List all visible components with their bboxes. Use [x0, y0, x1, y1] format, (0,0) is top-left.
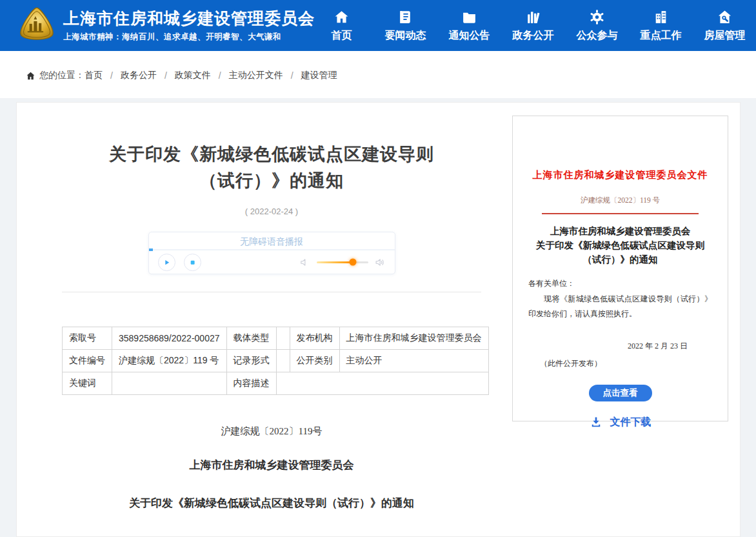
meta-value: 上海市住房和城乡建设管理委员会	[339, 327, 488, 350]
nav-item-public-participation[interactable]: 公众参与	[565, 0, 629, 51]
folder-icon	[461, 9, 477, 25]
nav-item-housing-mgmt[interactable]: 房屋管理	[693, 0, 756, 51]
preview-public-note: （此件公开发布）	[540, 358, 728, 369]
preview-letterhead: 上海市住房和城乡建设管理委员会文件	[513, 169, 728, 181]
document-title: 关于印发《新城绿色低碳试点区建设导则（试行）》的通知	[62, 496, 481, 511]
audio-player: 无障碍语音播报	[148, 232, 395, 274]
audio-controls	[149, 250, 395, 274]
gear-icon	[589, 9, 605, 25]
download-icon	[590, 416, 602, 429]
preview-title: 上海市住房和城乡建设管理委员会 关于印发《新城绿色低碳试点区建设导则 （试行）》…	[513, 225, 728, 267]
meta-value: 3589258689/2022-00027	[112, 327, 227, 350]
page-title: 关于印发《新城绿色低碳试点区建设导则（试行）》的通知	[101, 141, 443, 194]
news-icon	[397, 9, 413, 25]
nav-label: 通知公告	[449, 29, 490, 43]
preview-title-line: 上海市住房和城乡建设管理委员会	[513, 225, 728, 239]
breadcrumb-separator: /	[219, 70, 221, 81]
nav-label: 房屋管理	[704, 29, 746, 43]
file-download-link[interactable]: 文件下载	[513, 416, 728, 429]
nav-label: 重点工作	[641, 29, 682, 43]
meta-label: 索取号	[63, 327, 112, 350]
preview-body: 现将《新城绿色低碳试点区建设导则（试行）》印发给你们，请认真按照执行。	[528, 292, 712, 321]
nav-label: 首页	[332, 29, 352, 43]
play-button[interactable]	[158, 254, 175, 271]
audio-progress-bar[interactable]	[149, 249, 395, 250]
emblem-logo	[17, 6, 57, 46]
house-repair-icon	[717, 9, 733, 25]
nav-label: 公众参与	[577, 29, 618, 43]
article: 关于印发《新城绿色低碳试点区建设导则（试行）》的通知 ( 2022-02-24 …	[62, 103, 481, 511]
nav-item-key-work[interactable]: 重点工作	[629, 0, 693, 51]
table-row: 文件编号 沪建综规〔2022〕119 号 记录形式 公开类别 主动公开	[63, 350, 489, 372]
breadcrumb-separator: /	[164, 70, 167, 81]
site-subtitle: 上海城市精神：海纳百川、追求卓越、开明睿智、大气谦和	[63, 32, 315, 43]
site-brand[interactable]: 上海市住房和城乡建设管理委员会 上海城市精神：海纳百川、追求卓越、开明睿智、大气…	[17, 6, 315, 46]
books-icon	[525, 9, 541, 25]
breadcrumb-item-gov-affairs[interactable]: 政务公开	[121, 70, 157, 81]
volume-slider-knob[interactable]	[349, 259, 356, 266]
preview-salutation: 各有关单位：	[528, 278, 712, 289]
table-row: 关键词 内容描述	[63, 372, 489, 395]
page: 上海市住房和城乡建设管理委员会 上海城市精神：海纳百川、追求卓越、开明睿智、大气…	[0, 0, 756, 537]
meta-value: 主动公开	[339, 350, 488, 372]
meta-label: 记录形式	[226, 350, 276, 372]
meta-value	[276, 372, 488, 395]
publish-date: ( 2022-02-24 )	[62, 207, 481, 216]
home-icon	[333, 9, 350, 25]
meta-label: 文件编号	[63, 350, 112, 372]
breadcrumb: 您的位置： 首页 / 政务公开 / 政策文件 / 主动公开文件 / 建设管理	[26, 70, 337, 81]
volume-high-icon[interactable]	[375, 257, 386, 268]
download-label: 文件下载	[610, 416, 652, 429]
breadcrumb-item-public-docs[interactable]: 主动公开文件	[229, 70, 283, 81]
site-title: 上海市住房和城乡建设管理委员会	[63, 8, 315, 28]
breadcrumb-separator: /	[110, 70, 113, 81]
meta-label: 发布机构	[290, 327, 339, 350]
meta-value	[276, 327, 290, 350]
meta-label: 载体类型	[226, 327, 276, 350]
building-icon	[653, 9, 669, 25]
meta-label: 公开类别	[290, 350, 339, 372]
preview-title-line: （试行）》的通知	[513, 253, 728, 267]
audio-progress-fill	[149, 248, 153, 251]
document-number: 沪建综规〔2022〕119号	[62, 425, 481, 438]
content-card: 关于印发《新城绿色低碳试点区建设导则（试行）》的通知 ( 2022-02-24 …	[16, 102, 741, 537]
section-divider	[62, 292, 481, 292]
audio-player-title: 无障碍语音播报	[149, 232, 395, 249]
document-meta-table: 索取号 3589258689/2022-00027 载体类型 发布机构 上海市住…	[62, 327, 489, 395]
breadcrumb-item-policy-docs[interactable]: 政策文件	[175, 70, 211, 81]
table-row: 索取号 3589258689/2022-00027 载体类型 发布机构 上海市住…	[63, 327, 489, 350]
meta-label: 关键词	[63, 372, 112, 395]
nav-label: 要闻动态	[385, 29, 426, 43]
brand-text: 上海市住房和城乡建设管理委员会 上海城市精神：海纳百川、追求卓越、开明睿智、大气…	[63, 8, 315, 43]
meta-value: 沪建综规〔2022〕119 号	[112, 350, 227, 372]
breadcrumb-bar: 您的位置： 首页 / 政务公开 / 政策文件 / 主动公开文件 / 建设管理	[0, 51, 756, 98]
preview-date: 2022 年 2 月 23 日	[513, 341, 728, 352]
nav-item-news[interactable]: 要闻动态	[373, 0, 437, 51]
play-icon	[162, 258, 172, 267]
preview-doc-number: 沪建综规〔2022〕119 号	[513, 196, 728, 205]
document-issuer: 上海市住房和城乡建设管理委员会	[62, 458, 481, 472]
letterhead-divider	[542, 213, 699, 214]
location-home-icon	[26, 71, 35, 81]
breadcrumb-item-home[interactable]: 首页	[85, 70, 103, 81]
volume-control	[299, 257, 386, 268]
volume-slider[interactable]	[317, 261, 368, 263]
breadcrumb-separator: /	[291, 70, 293, 81]
stop-icon	[188, 258, 197, 267]
nav-item-home[interactable]: 首页	[310, 0, 373, 51]
volume-low-icon[interactable]	[299, 257, 310, 268]
meta-value	[276, 350, 290, 372]
nav-label: 政务公开	[513, 29, 554, 43]
nav-item-notices[interactable]: 通知公告	[437, 0, 501, 51]
stop-button[interactable]	[184, 254, 201, 271]
document-preview-panel: 上海市住房和城乡建设管理委员会文件 沪建综规〔2022〕119 号 上海市住房和…	[512, 116, 728, 421]
meta-label: 内容描述	[226, 372, 276, 395]
main-nav: 首页 要闻动态 通知公告	[310, 0, 756, 51]
site-header: 上海市住房和城乡建设管理委员会 上海城市精神：海纳百川、追求卓越、开明睿智、大气…	[0, 0, 756, 51]
view-document-button[interactable]: 点击查看	[589, 385, 652, 401]
preview-title-line: 关于印发《新城绿色低碳试点区建设导则	[513, 239, 728, 253]
nav-item-gov-affairs[interactable]: 政务公开	[501, 0, 565, 51]
breadcrumb-item-construction-mgmt[interactable]: 建设管理	[301, 70, 337, 81]
breadcrumb-prefix: 您的位置：	[39, 70, 85, 81]
meta-value	[112, 372, 227, 395]
